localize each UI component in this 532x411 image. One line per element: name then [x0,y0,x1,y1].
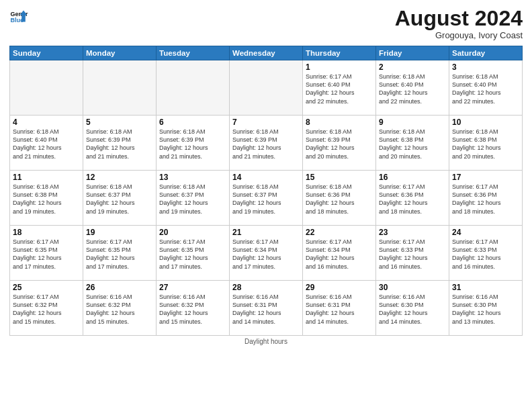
calendar-cell: 9Sunrise: 6:18 AM Sunset: 6:38 PM Daylig… [376,116,449,171]
dow-header-sunday: Sunday [10,46,83,60]
day-number: 26 [86,283,153,292]
calendar-cell: 24Sunrise: 6:17 AM Sunset: 6:33 PM Dayli… [449,226,523,281]
dow-header-monday: Monday [83,46,157,60]
day-number: 4 [13,118,80,127]
calendar-cell [230,60,303,116]
calendar-cell: 14Sunrise: 6:18 AM Sunset: 6:37 PM Dayli… [230,171,303,226]
calendar-cell: 11Sunrise: 6:18 AM Sunset: 6:38 PM Dayli… [10,171,83,226]
day-info: Sunrise: 6:18 AM Sunset: 6:38 PM Dayligh… [13,183,80,216]
calendar-cell: 23Sunrise: 6:17 AM Sunset: 6:33 PM Dayli… [376,226,449,281]
day-info: Sunrise: 6:16 AM Sunset: 6:30 PM Dayligh… [379,293,446,326]
day-info: Sunrise: 6:17 AM Sunset: 6:35 PM Dayligh… [13,238,80,271]
day-info: Sunrise: 6:18 AM Sunset: 6:37 PM Dayligh… [232,183,300,216]
calendar-cell: 10Sunrise: 6:18 AM Sunset: 6:38 PM Dayli… [449,116,523,171]
footer-note: Daylight hours [9,338,523,345]
dow-header-wednesday: Wednesday [230,46,303,60]
day-info: Sunrise: 6:17 AM Sunset: 6:34 PM Dayligh… [232,238,300,271]
dow-header-friday: Friday [376,46,449,60]
day-info: Sunrise: 6:18 AM Sunset: 6:39 PM Dayligh… [86,128,153,161]
day-number: 12 [86,173,153,182]
day-number: 14 [232,173,300,182]
title-block: August 2024 Grogouya, Ivory Coast [395,7,523,40]
day-number: 22 [306,228,373,237]
day-info: Sunrise: 6:17 AM Sunset: 6:32 PM Dayligh… [13,293,80,326]
day-info: Sunrise: 6:17 AM Sunset: 6:40 PM Dayligh… [306,73,373,105]
day-number: 1 [306,62,373,72]
day-info: Sunrise: 6:18 AM Sunset: 6:39 PM Dayligh… [232,128,300,161]
week-row-5: 25Sunrise: 6:17 AM Sunset: 6:32 PM Dayli… [10,281,523,336]
logo: General Blue [9,7,28,26]
calendar-cell: 19Sunrise: 6:17 AM Sunset: 6:35 PM Dayli… [83,226,157,281]
day-number: 7 [232,118,300,127]
day-number: 17 [452,173,519,182]
day-number: 31 [452,283,519,292]
week-row-1: 1Sunrise: 6:17 AM Sunset: 6:40 PM Daylig… [10,60,523,116]
calendar-cell: 15Sunrise: 6:18 AM Sunset: 6:36 PM Dayli… [303,171,376,226]
day-number: 24 [452,228,519,237]
day-info: Sunrise: 6:17 AM Sunset: 6:33 PM Dayligh… [379,238,446,271]
calendar-cell: 5Sunrise: 6:18 AM Sunset: 6:39 PM Daylig… [83,116,157,171]
logo-icon: General Blue [9,7,28,26]
calendar-cell: 27Sunrise: 6:16 AM Sunset: 6:32 PM Dayli… [157,281,230,336]
day-number: 5 [86,118,153,127]
day-number: 3 [452,62,519,72]
day-info: Sunrise: 6:18 AM Sunset: 6:40 PM Dayligh… [13,128,80,161]
day-info: Sunrise: 6:17 AM Sunset: 6:35 PM Dayligh… [159,238,226,271]
calendar-cell: 22Sunrise: 6:17 AM Sunset: 6:34 PM Dayli… [303,226,376,281]
svg-text:Blue: Blue [10,17,24,24]
day-number: 19 [86,228,153,237]
day-info: Sunrise: 6:18 AM Sunset: 6:40 PM Dayligh… [379,73,446,105]
day-info: Sunrise: 6:18 AM Sunset: 6:36 PM Dayligh… [306,183,373,216]
day-info: Sunrise: 6:18 AM Sunset: 6:37 PM Dayligh… [86,183,153,216]
location-subtitle: Grogouya, Ivory Coast [395,30,523,40]
day-info: Sunrise: 6:18 AM Sunset: 6:39 PM Dayligh… [159,128,226,161]
week-row-2: 4Sunrise: 6:18 AM Sunset: 6:40 PM Daylig… [10,116,523,171]
day-number: 29 [306,283,373,292]
calendar-cell: 8Sunrise: 6:18 AM Sunset: 6:39 PM Daylig… [303,116,376,171]
month-year-title: August 2024 [395,7,523,30]
day-number: 2 [379,62,446,72]
dow-header-thursday: Thursday [303,46,376,60]
day-info: Sunrise: 6:16 AM Sunset: 6:30 PM Dayligh… [452,293,519,326]
week-row-3: 11Sunrise: 6:18 AM Sunset: 6:38 PM Dayli… [10,171,523,226]
day-info: Sunrise: 6:17 AM Sunset: 6:36 PM Dayligh… [379,183,446,216]
calendar-cell: 20Sunrise: 6:17 AM Sunset: 6:35 PM Dayli… [157,226,230,281]
day-number: 21 [232,228,300,237]
day-of-week-row: SundayMondayTuesdayWednesdayThursdayFrid… [10,46,523,60]
day-info: Sunrise: 6:16 AM Sunset: 6:31 PM Dayligh… [232,293,300,326]
calendar-cell: 28Sunrise: 6:16 AM Sunset: 6:31 PM Dayli… [230,281,303,336]
day-number: 20 [159,228,226,237]
calendar-cell: 29Sunrise: 6:16 AM Sunset: 6:31 PM Dayli… [303,281,376,336]
day-number: 30 [379,283,446,292]
day-info: Sunrise: 6:18 AM Sunset: 6:39 PM Dayligh… [306,128,373,161]
calendar-cell: 31Sunrise: 6:16 AM Sunset: 6:30 PM Dayli… [449,281,523,336]
dow-header-saturday: Saturday [449,46,523,60]
page-header: General Blue August 2024 Grogouya, Ivory… [9,7,523,40]
calendar-cell: 1Sunrise: 6:17 AM Sunset: 6:40 PM Daylig… [303,60,376,116]
calendar-cell: 7Sunrise: 6:18 AM Sunset: 6:39 PM Daylig… [230,116,303,171]
calendar-body: 1Sunrise: 6:17 AM Sunset: 6:40 PM Daylig… [10,60,523,336]
day-info: Sunrise: 6:18 AM Sunset: 6:38 PM Dayligh… [379,128,446,161]
calendar-cell: 2Sunrise: 6:18 AM Sunset: 6:40 PM Daylig… [376,60,449,116]
day-number: 27 [159,283,226,292]
day-number: 6 [159,118,226,127]
day-info: Sunrise: 6:18 AM Sunset: 6:37 PM Dayligh… [159,183,226,216]
calendar-cell: 16Sunrise: 6:17 AM Sunset: 6:36 PM Dayli… [376,171,449,226]
day-number: 9 [379,118,446,127]
day-number: 18 [13,228,80,237]
calendar-cell [157,60,230,116]
day-number: 16 [379,173,446,182]
calendar-cell: 4Sunrise: 6:18 AM Sunset: 6:40 PM Daylig… [10,116,83,171]
day-info: Sunrise: 6:16 AM Sunset: 6:32 PM Dayligh… [86,293,153,326]
day-info: Sunrise: 6:17 AM Sunset: 6:36 PM Dayligh… [452,183,519,216]
calendar-cell: 30Sunrise: 6:16 AM Sunset: 6:30 PM Dayli… [376,281,449,336]
calendar-cell: 21Sunrise: 6:17 AM Sunset: 6:34 PM Dayli… [230,226,303,281]
day-number: 13 [159,173,226,182]
day-info: Sunrise: 6:17 AM Sunset: 6:33 PM Dayligh… [452,238,519,271]
day-info: Sunrise: 6:17 AM Sunset: 6:34 PM Dayligh… [306,238,373,271]
calendar-cell: 12Sunrise: 6:18 AM Sunset: 6:37 PM Dayli… [83,171,157,226]
day-info: Sunrise: 6:18 AM Sunset: 6:38 PM Dayligh… [452,128,519,161]
calendar-cell: 18Sunrise: 6:17 AM Sunset: 6:35 PM Dayli… [10,226,83,281]
calendar-table: SundayMondayTuesdayWednesdayThursdayFrid… [9,46,523,336]
day-number: 23 [379,228,446,237]
